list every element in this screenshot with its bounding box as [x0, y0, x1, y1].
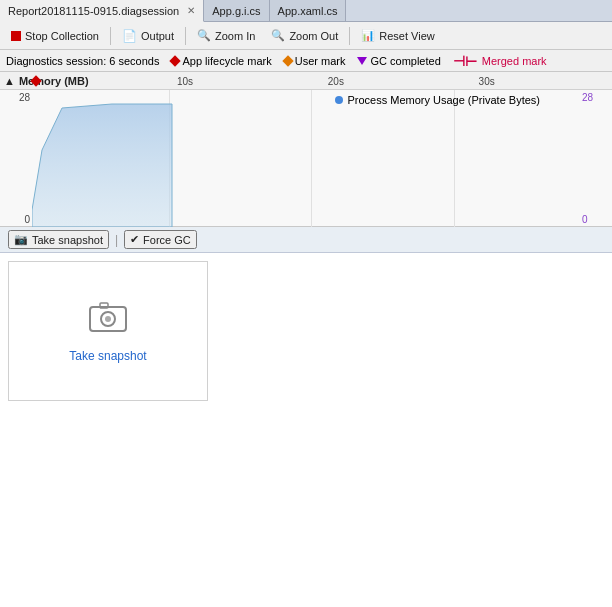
merged-mark-label: Merged mark	[482, 55, 547, 67]
svg-rect-2	[100, 303, 108, 308]
chart-body: 28 0 28 0 Process Memory Usage (Private …	[0, 90, 612, 227]
session-label: Diagnostics session: 6 seconds	[6, 55, 159, 67]
tab-bar: Report20181115-0915.diagsession ✕ App.g.…	[0, 0, 612, 22]
user-mark-icon	[282, 55, 293, 66]
tab-appgi-label: App.g.i.cs	[212, 5, 260, 17]
tab-report-label: Report20181115-0915.diagsession	[8, 5, 179, 17]
snapshot-card[interactable]: Take snapshot	[8, 261, 208, 401]
output-icon: 📄	[122, 29, 137, 43]
stop-icon	[11, 31, 21, 41]
memory-chart-svg	[32, 90, 580, 227]
output-button[interactable]: 📄 Output	[115, 26, 181, 46]
toolbar: Stop Collection 📄 Output 🔍 Zoom In 🔍 Zoo…	[0, 22, 612, 50]
reset-view-label: Reset View	[379, 30, 434, 42]
lifecycle-marker	[30, 75, 41, 86]
y-min-right: 0	[582, 214, 588, 225]
gc-completed-label: GC completed	[370, 55, 440, 67]
force-gc-label: Force GC	[143, 234, 191, 246]
app-lifecycle-icon	[170, 55, 181, 66]
force-gc-button[interactable]: ✔ Force GC	[124, 230, 197, 249]
y-axis-right: 28 0	[580, 90, 612, 227]
tab-report-close[interactable]: ✕	[187, 5, 195, 16]
take-snapshot-button[interactable]: 📷 Take snapshot	[8, 230, 109, 249]
snapshot-area: Take snapshot	[0, 253, 612, 607]
toolbar-separator-3	[349, 27, 350, 45]
output-label: Output	[141, 30, 174, 42]
time-mark-20s: 20s	[328, 76, 344, 87]
legend-user-mark: User mark	[284, 55, 346, 67]
toolbar-separator-2	[185, 27, 186, 45]
reset-view-icon: 📊	[361, 29, 375, 42]
y-min-left: 0	[24, 214, 30, 225]
zoom-out-button[interactable]: 🔍 Zoom Out	[264, 26, 345, 45]
y-max-right: 28	[582, 92, 593, 103]
user-mark-label: User mark	[295, 55, 346, 67]
bottom-toolbar: 📷 Take snapshot | ✔ Force GC	[0, 227, 612, 253]
chart-plot: Process Memory Usage (Private Bytes)	[32, 90, 580, 227]
zoom-out-icon: 🔍	[271, 29, 285, 42]
time-mark-10s: 10s	[177, 76, 193, 87]
stop-collection-button[interactable]: Stop Collection	[4, 27, 106, 45]
merged-mark-icon: ⊣⊢	[453, 53, 477, 69]
toolbar-separator-1	[110, 27, 111, 45]
tab-appgi[interactable]: App.g.i.cs	[204, 0, 269, 21]
time-markers: 10s 20s 30s	[32, 72, 612, 90]
tab-report[interactable]: Report20181115-0915.diagsession ✕	[0, 0, 204, 22]
camera-small-icon: 📷	[14, 233, 28, 246]
reset-view-button[interactable]: 📊 Reset View	[354, 26, 441, 45]
zoom-in-label: Zoom In	[215, 30, 255, 42]
force-gc-icon: ✔	[130, 233, 139, 246]
chart-section: ▲ Memory (MB) 10s 20s 30s 28 0 28 0	[0, 72, 612, 227]
main-content: Take snapshot	[0, 253, 612, 607]
tab-appxaml[interactable]: App.xaml.cs	[270, 0, 347, 21]
memory-area-path	[32, 104, 172, 227]
bottom-toolbar-separator: |	[115, 233, 118, 247]
snapshot-card-label[interactable]: Take snapshot	[69, 349, 146, 363]
y-max-left: 28	[19, 92, 30, 103]
gc-completed-icon	[357, 57, 367, 65]
chart-ruler: ▲ Memory (MB) 10s 20s 30s	[0, 72, 612, 90]
zoom-in-button[interactable]: 🔍 Zoom In	[190, 26, 262, 45]
svg-point-3	[105, 316, 111, 322]
zoom-out-label: Zoom Out	[289, 30, 338, 42]
snapshot-camera-icon	[88, 299, 128, 341]
y-axis-left: 28 0	[0, 90, 32, 227]
zoom-in-icon: 🔍	[197, 29, 211, 42]
time-mark-30s: 30s	[479, 76, 495, 87]
legend-bar: Diagnostics session: 6 seconds App lifec…	[0, 50, 612, 72]
stop-collection-label: Stop Collection	[25, 30, 99, 42]
legend-merged-mark: ⊣⊢ Merged mark	[453, 53, 547, 69]
legend-app-lifecycle: App lifecycle mark	[171, 55, 271, 67]
app-lifecycle-label: App lifecycle mark	[182, 55, 271, 67]
chart-title-arrow: ▲	[4, 75, 15, 87]
tab-appxaml-label: App.xaml.cs	[278, 5, 338, 17]
take-snapshot-toolbar-label: Take snapshot	[32, 234, 103, 246]
legend-gc-completed: GC completed	[357, 55, 440, 67]
